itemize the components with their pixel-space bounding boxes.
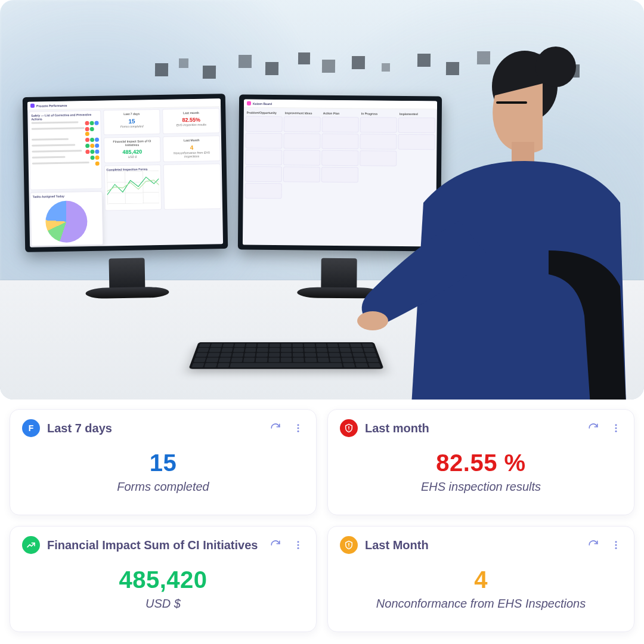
monitor-right: Kaizen Board Problem/Opportunity Improve… — [238, 95, 442, 252]
card-title: Last month — [365, 422, 580, 435]
svg-point-9 — [348, 429, 349, 430]
kpi-card-ehs-results: Last month 82.55 % EHS inspection result… — [327, 409, 634, 515]
kpi-value: 15 — [150, 450, 177, 476]
svg-point-12 — [615, 431, 617, 432]
kpi-grid: F Last 7 days 15 Forms completed Last mo… — [10, 409, 634, 632]
svg-point-20 — [615, 547, 617, 549]
kpi-value: 485,420 — [119, 566, 207, 593]
card-title: Last 7 days — [47, 422, 262, 435]
kpi-label: Forms completed — [117, 480, 209, 494]
mini-pie-chart — [45, 200, 88, 243]
svg-point-5 — [298, 424, 299, 426]
svg-point-7 — [298, 431, 299, 432]
desk-surface — [0, 280, 644, 400]
mini-list-title: Safety — List of Corrective and Preventi… — [31, 113, 98, 121]
shield-alert-icon — [340, 536, 358, 554]
refresh-icon[interactable] — [270, 422, 281, 434]
mini-line-chart — [107, 171, 160, 205]
screen-left-title: Process Performance — [36, 103, 67, 107]
kpi-value: 4 — [474, 566, 488, 593]
kpi-value: 82.55 % — [436, 450, 525, 476]
svg-point-13 — [298, 541, 299, 543]
shield-alert-icon — [340, 419, 358, 437]
more-icon[interactable] — [610, 539, 622, 551]
trend-up-icon — [22, 536, 40, 554]
screen-right-title: Kaizen Board — [253, 101, 272, 105]
monitor-left: Process Performance Safety — List of Cor… — [23, 94, 228, 252]
keyboard — [188, 342, 383, 369]
svg-point-15 — [298, 547, 299, 549]
svg-point-14 — [298, 544, 299, 546]
kpi-card-nonconformance: Last Month 4 Nonconformance from EHS Ins… — [327, 526, 634, 632]
svg-point-19 — [615, 544, 617, 546]
more-icon[interactable] — [610, 422, 622, 434]
kpi-label: EHS inspection results — [421, 480, 541, 494]
svg-point-10 — [615, 424, 617, 426]
app-icon — [30, 104, 35, 108]
svg-point-18 — [615, 541, 617, 543]
refresh-icon[interactable] — [587, 422, 599, 434]
badge-letter-icon: F — [22, 419, 40, 437]
refresh-icon[interactable] — [587, 539, 599, 551]
card-title: Last Month — [365, 538, 580, 552]
kpi-card-financial-impact: Financial Impact Sum of CI Initiatives 4… — [10, 526, 317, 632]
more-icon[interactable] — [292, 539, 304, 551]
refresh-icon[interactable] — [270, 539, 281, 551]
svg-point-6 — [298, 428, 299, 429]
kpi-card-forms-completed: F Last 7 days 15 Forms completed — [10, 409, 317, 515]
mini-pie-title: Tasks Assigned Today — [33, 194, 100, 199]
kpi-label: USD $ — [145, 597, 181, 611]
more-icon[interactable] — [292, 422, 304, 434]
app-icon — [247, 101, 251, 106]
kpi-label: Nonconformance from EHS Inspections — [376, 597, 586, 611]
card-title: Financial Impact Sum of CI Initiatives — [47, 538, 262, 552]
hero-image: Process Performance Safety — List of Cor… — [0, 0, 644, 400]
svg-point-11 — [615, 428, 617, 429]
svg-point-17 — [348, 546, 349, 547]
